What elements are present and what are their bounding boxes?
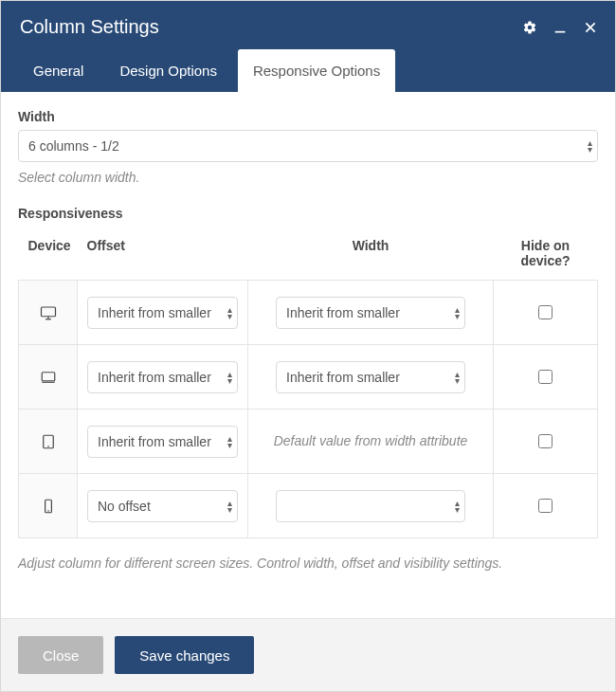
offset-select[interactable] — [87, 490, 238, 522]
width-cell — [248, 345, 494, 410]
col-width: Width — [248, 230, 494, 281]
offset-cell — [78, 474, 248, 538]
width-default-text: Default value from width attribute — [258, 432, 483, 451]
tab-general[interactable]: General — [18, 49, 99, 92]
width-select-row[interactable] — [276, 297, 465, 329]
modal-footer: Close Save changes — [1, 618, 615, 691]
device-cell — [19, 281, 78, 345]
gear-icon[interactable] — [522, 20, 537, 35]
col-offset: Offset — [78, 230, 248, 281]
modal-title: Column Settings — [20, 16, 522, 38]
offset-cell — [78, 345, 248, 410]
save-button[interactable]: Save changes — [115, 636, 254, 674]
offset-cell — [78, 410, 248, 474]
svg-rect-3 — [41, 307, 55, 317]
desktop-icon — [28, 369, 67, 386]
width-cell — [248, 281, 494, 345]
tabs: General Design Options Responsive Option… — [1, 49, 615, 92]
device-cell — [19, 345, 78, 410]
phone-icon — [28, 498, 67, 515]
width-select-row[interactable] — [276, 490, 465, 522]
offset-select[interactable] — [87, 297, 238, 329]
desktop-large-icon — [28, 304, 67, 321]
responsiveness-footnote: Adjust column for different screen sizes… — [18, 555, 598, 571]
hide-checkbox[interactable] — [538, 434, 553, 448]
header-top: Column Settings — [1, 1, 615, 49]
col-hide: Hide on device? — [494, 230, 598, 281]
responsiveness-table: Device Offset Width Hide on device? — [18, 230, 598, 538]
width-select[interactable] — [18, 130, 598, 162]
tablet-icon — [28, 433, 67, 450]
width-select-wrap — [18, 130, 598, 162]
width-cell — [248, 474, 494, 538]
offset-cell — [78, 281, 248, 345]
width-hint: Select column width. — [18, 170, 598, 185]
device-cell — [19, 410, 78, 474]
offset-select[interactable] — [87, 361, 238, 393]
modal-body: Width Select column width. Responsivenes… — [1, 92, 615, 618]
offset-select[interactable] — [87, 426, 238, 458]
close-icon[interactable] — [583, 20, 598, 35]
table-row: Default value from width attribute — [19, 410, 598, 474]
tab-responsive-options[interactable]: Responsive Options — [238, 49, 395, 92]
hide-cell — [494, 345, 598, 410]
device-cell — [19, 474, 78, 538]
width-select-row[interactable] — [276, 361, 465, 393]
svg-rect-6 — [42, 372, 55, 380]
table-row — [19, 474, 598, 538]
hide-cell — [494, 410, 598, 474]
tab-design-options[interactable]: Design Options — [104, 49, 232, 92]
close-button[interactable]: Close — [18, 636, 103, 674]
hide-checkbox[interactable] — [538, 305, 553, 319]
column-settings-modal: Column Settings General Design Options R… — [0, 0, 616, 692]
minimize-icon[interactable] — [553, 20, 568, 35]
width-label: Width — [18, 109, 598, 124]
hide-checkbox[interactable] — [538, 499, 553, 513]
table-row — [19, 345, 598, 410]
table-row — [19, 281, 598, 345]
header-actions — [522, 20, 598, 35]
width-cell: Default value from width attribute — [248, 410, 494, 474]
hide-checkbox[interactable] — [538, 370, 553, 384]
responsiveness-label: Responsiveness — [18, 206, 598, 221]
hide-cell — [494, 281, 598, 345]
col-device: Device — [19, 230, 78, 281]
modal-header: Column Settings General Design Options R… — [1, 1, 615, 92]
hide-cell — [494, 474, 598, 538]
